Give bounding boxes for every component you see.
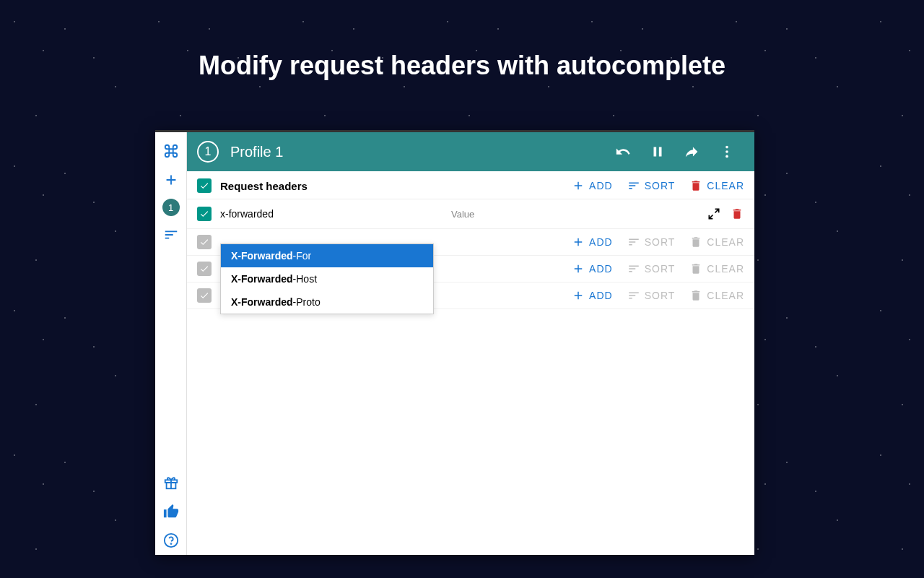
plus-icon[interactable] <box>160 168 183 191</box>
delete-icon[interactable] <box>730 207 744 221</box>
add-label: ADD <box>589 236 613 248</box>
share-button[interactable] <box>678 137 707 166</box>
autocomplete-dropdown: X-Forwarded-For X-Forwarded-Host X-Forwa… <box>220 243 434 314</box>
subsection-clear-button[interactable]: CLEAR <box>689 262 744 275</box>
subsection-sort-button[interactable]: SORT <box>627 262 676 275</box>
sort-label: SORT <box>645 236 676 248</box>
clear-label: CLEAR <box>707 236 744 248</box>
autocomplete-bold: X-Forwarded <box>231 273 293 285</box>
app-window: 1 1 Profile 1 <box>155 130 754 555</box>
clear-label: CLEAR <box>707 290 744 301</box>
profile-badge[interactable]: 1 <box>162 199 180 216</box>
subsection-add-button[interactable]: ADD <box>572 236 613 249</box>
header-row: Value <box>187 199 754 229</box>
add-label: ADD <box>589 263 613 275</box>
value-placeholder[interactable]: Value <box>451 209 474 220</box>
sort-button[interactable]: SORT <box>627 179 676 192</box>
subsection-add-button[interactable]: ADD <box>572 289 613 302</box>
main-content: 1 Profile 1 Request headers <box>187 132 754 555</box>
pause-button[interactable] <box>643 137 672 166</box>
more-button[interactable] <box>712 137 741 166</box>
autocomplete-bold: X-Forwarded <box>231 296 293 308</box>
gift-icon[interactable] <box>160 471 183 494</box>
expand-icon[interactable] <box>707 207 721 221</box>
autocomplete-rest: -For <box>293 250 312 262</box>
sort-label: SORT <box>645 290 676 301</box>
autocomplete-rest: -Host <box>293 273 317 285</box>
header-name-input[interactable] <box>220 205 422 223</box>
profile-header: 1 Profile 1 <box>187 132 754 171</box>
section-header: Request headers ADD SORT CLEAR <box>187 171 754 199</box>
subsection-clear-button[interactable]: CLEAR <box>689 236 744 249</box>
profile-title: Profile 1 <box>230 144 606 160</box>
undo-button[interactable] <box>609 137 637 166</box>
svg-point-5 <box>725 146 728 149</box>
profile-number-circle: 1 <box>197 141 219 163</box>
subsection-checkbox[interactable] <box>197 235 212 249</box>
svg-point-7 <box>725 155 728 158</box>
subsection-checkbox[interactable] <box>197 262 212 276</box>
svg-point-6 <box>725 150 728 153</box>
clear-label: CLEAR <box>707 263 744 275</box>
sort-icon[interactable] <box>160 223 183 246</box>
section-title: Request headers <box>220 180 557 192</box>
row-checkbox[interactable] <box>197 207 212 221</box>
sidebar: 1 <box>155 132 187 555</box>
subsection-add-button[interactable]: ADD <box>572 262 613 275</box>
section-checkbox[interactable] <box>197 178 212 193</box>
sort-label: SORT <box>645 180 676 191</box>
clear-label: CLEAR <box>707 180 744 191</box>
autocomplete-bold: X-Forwarded <box>231 250 293 262</box>
thumbs-up-icon[interactable] <box>160 500 183 523</box>
autocomplete-item-2[interactable]: X-Forwarded-Host <box>221 267 433 290</box>
subsection-sort-button[interactable]: SORT <box>627 236 676 249</box>
page-title: Modify request headers with autocomplete <box>0 0 924 81</box>
add-label: ADD <box>589 180 613 191</box>
sort-label: SORT <box>645 263 676 275</box>
command-icon[interactable] <box>160 139 183 163</box>
subsection-checkbox[interactable] <box>197 288 212 303</box>
autocomplete-rest: -Proto <box>293 296 321 308</box>
autocomplete-item-3[interactable]: X-Forwarded-Proto <box>221 290 433 314</box>
svg-point-4 <box>170 543 171 544</box>
subsection-clear-button[interactable]: CLEAR <box>689 289 744 302</box>
autocomplete-item-1[interactable]: X-Forwarded-For <box>221 244 433 267</box>
help-icon[interactable] <box>160 529 183 552</box>
add-button[interactable]: ADD <box>572 179 613 192</box>
add-label: ADD <box>589 290 613 301</box>
clear-button[interactable]: CLEAR <box>689 179 744 192</box>
subsection-sort-button[interactable]: SORT <box>627 289 676 302</box>
